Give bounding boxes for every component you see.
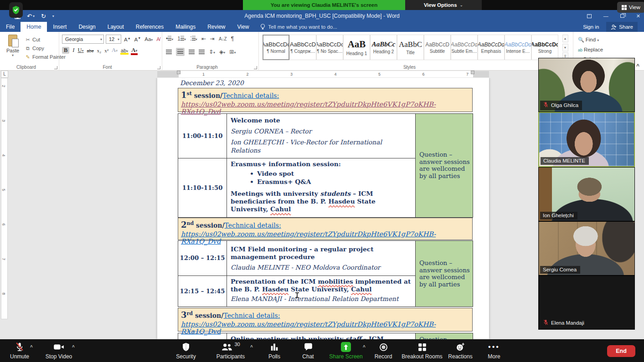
style-emphasis[interactable]: AaBbCcDdEmphasis	[478, 35, 505, 60]
tab-home[interactable]: Home	[21, 22, 47, 32]
font-color-button[interactable]: A▾	[131, 47, 137, 54]
record-button[interactable]: Record	[371, 342, 395, 360]
align-left-button[interactable]	[166, 50, 172, 54]
numbering-button[interactable]: 1▾	[177, 36, 186, 42]
dialog-launcher-icon[interactable]	[157, 66, 160, 69]
horizontal-ruler[interactable]: 1234567	[157, 71, 489, 77]
tab-design[interactable]: Design	[72, 22, 101, 32]
change-case-button[interactable]: Aa▾	[144, 36, 154, 42]
breakout-rooms-button[interactable]: Breakout Rooms	[400, 342, 444, 360]
style-heading2[interactable]: AaBbCcHeading 2	[370, 35, 397, 60]
technical-details-link[interactable]: Technical details:	[223, 312, 280, 319]
tab-layout[interactable]: Layout	[102, 22, 130, 32]
share-options-chevron[interactable]: ^	[363, 345, 366, 350]
style-intensee[interactable]: AaBbCcDdIntense E…	[505, 35, 531, 60]
show-formatting-button[interactable]: ¶	[231, 36, 234, 42]
share-screen-button[interactable]: Share Screen	[327, 342, 365, 360]
document-page[interactable]: December 23, 2020 1st session/Technical …	[157, 78, 489, 339]
tab-references[interactable]: References	[130, 22, 170, 32]
share-button[interactable]: Share	[606, 22, 638, 32]
style-subtleem[interactable]: AaBbCcDdSubtle Em…	[451, 35, 478, 60]
align-center-button[interactable]	[176, 48, 185, 56]
align-right-button[interactable]	[189, 50, 195, 54]
style-nospac[interactable]: AaBbCcDd¶ No Spac…	[316, 35, 343, 60]
text-effects-button[interactable]: A▾	[112, 47, 118, 54]
sign-in-link[interactable]: Sign in	[583, 24, 599, 30]
chat-button[interactable]: Chat	[297, 342, 319, 360]
security-button[interactable]: Security	[172, 342, 200, 360]
unmute-button[interactable]: Unmute	[5, 342, 34, 360]
style-title[interactable]: AaBbCTitle	[397, 35, 424, 60]
font-name-combo[interactable]: Georgia▾	[62, 35, 104, 44]
indent-marker[interactable]	[177, 71, 180, 74]
text-highlight-button[interactable]: ab▾	[121, 48, 128, 53]
shading-button[interactable]: ◈▾	[219, 49, 225, 55]
technical-details-link[interactable]: Technical details:	[225, 222, 281, 229]
participants-button[interactable]: 30 Participants	[213, 342, 248, 360]
tab-review[interactable]: Review	[201, 22, 231, 32]
collapse-videos-chevron[interactable]: ^	[636, 63, 639, 69]
tab-insert[interactable]: Insert	[47, 22, 72, 32]
session-3-title[interactable]: 3rd session/Technical details:	[181, 310, 472, 320]
video-tile-sergiu-cornea[interactable]: Sergiu Cornea	[538, 221, 635, 275]
reactions-button[interactable]: Reactions	[446, 342, 475, 360]
minimize-button[interactable]: —	[603, 13, 608, 19]
superscript-button[interactable]: x²	[104, 48, 108, 53]
subscript-button[interactable]: x₂	[97, 48, 101, 53]
multilevel-list-button[interactable]: ⁚▾	[190, 36, 197, 42]
find-button[interactable]: 🔍Find ▾	[578, 35, 603, 45]
replace-button[interactable]: abReplace	[578, 45, 603, 55]
bold-button[interactable]: B	[62, 47, 69, 54]
style-normal[interactable]: AaBbCcDd¶ Normal	[263, 35, 289, 60]
shrink-font-button[interactable]: A▼	[134, 36, 142, 42]
borders-button[interactable]: ⊞▾	[229, 49, 236, 55]
participants-options-chevron[interactable]: ^	[250, 345, 253, 350]
grow-font-button[interactable]: A▲	[123, 36, 132, 42]
video-tile-claudia-melinte[interactable]: Claudia MELINTE	[538, 112, 635, 167]
justify-button[interactable]	[199, 50, 205, 54]
encryption-shield-badge[interactable]	[9, 2, 23, 18]
gallery-view-button[interactable]: View	[617, 2, 644, 13]
style-содерж[interactable]: AaBbCcD¶ Содерж…	[289, 35, 316, 60]
view-options-button[interactable]: View Options⌄	[405, 0, 482, 10]
end-meeting-button[interactable]: End	[607, 345, 635, 357]
stop-video-button[interactable]: Stop Video	[43, 342, 75, 360]
styles-scroll-up-button[interactable]: ▲	[562, 35, 568, 42]
tab-file[interactable]: File	[0, 22, 21, 32]
tab-selector[interactable]: L	[1, 71, 8, 78]
line-spacing-button[interactable]: ⇕▾	[209, 49, 215, 55]
dialog-launcher-icon[interactable]	[254, 66, 257, 69]
tell-me-box[interactable]: Tell me what you want to do...	[255, 22, 343, 32]
style-subtitle[interactable]: AaBbCcDSubtitle	[424, 35, 451, 60]
more-button[interactable]: ••• More	[482, 342, 506, 360]
indent-marker-right[interactable]	[471, 71, 474, 74]
technical-details-link[interactable]: Technical details:	[222, 92, 279, 99]
ribbon-display-options-icon[interactable]	[587, 14, 592, 18]
sort-button[interactable]: A↓Z	[219, 36, 227, 41]
style-strong[interactable]: AaBbCcDcStrong	[531, 35, 558, 60]
audio-options-chevron[interactable]: ^	[30, 345, 33, 350]
increase-indent-button[interactable]: ⇥	[210, 36, 215, 42]
video-tile-elena-mandaji[interactable]: Elena Mandaji	[538, 275, 635, 330]
decrease-indent-button[interactable]: ⇤	[201, 36, 206, 42]
close-button[interactable]: ✕	[636, 13, 640, 19]
tab-view[interactable]: View	[232, 22, 255, 32]
session-1-title[interactable]: 1st session/Technical details:	[181, 90, 472, 100]
bullets-button[interactable]: •▾	[166, 36, 173, 42]
italic-button[interactable]: I	[72, 47, 74, 54]
session-2-title[interactable]: 2nd session/Technical details:	[181, 220, 472, 229]
styles-scroll-down-button[interactable]: ▼	[562, 44, 568, 51]
clear-formatting-button[interactable]: A̸	[155, 36, 161, 42]
vertical-ruler[interactable]: 2345678	[1, 78, 8, 319]
video-options-chevron[interactable]: ^	[72, 345, 75, 350]
paste-button[interactable]: Paste ▾	[4, 35, 22, 63]
dialog-launcher-icon[interactable]	[54, 66, 57, 69]
video-tile-ion-ghele-chi[interactable]: Ion Ghelețchi	[538, 167, 635, 221]
font-size-combo[interactable]: 12▾	[106, 35, 121, 44]
video-tile-olga-ghilca[interactable]: Olga Ghilca	[538, 58, 635, 112]
tab-mailings[interactable]: Mailings	[170, 22, 201, 32]
restore-button[interactable]	[620, 14, 624, 18]
underline-button[interactable]: U▾	[78, 47, 84, 54]
style-heading1[interactable]: AaBHeading 1	[343, 35, 370, 60]
polls-button[interactable]: Polls	[263, 342, 285, 360]
